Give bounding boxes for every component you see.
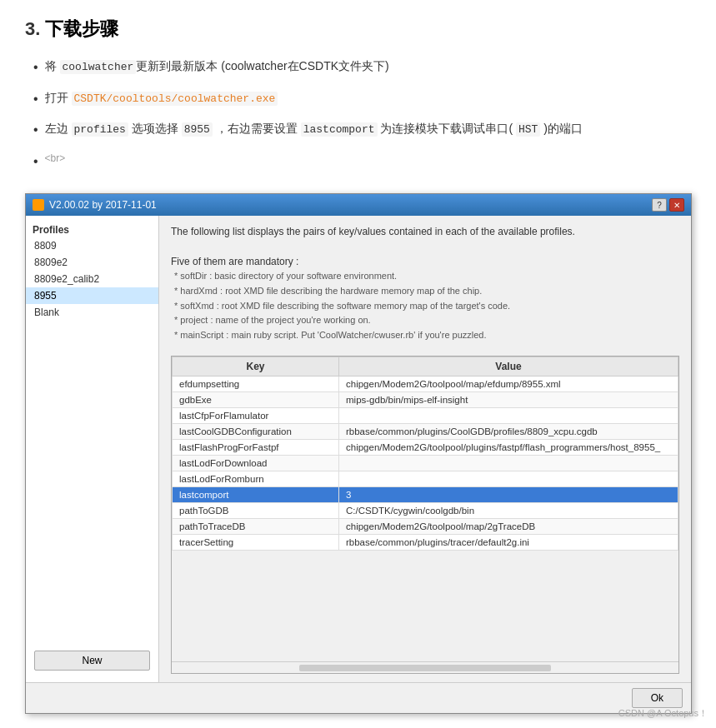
br-tag: <br> [45, 151, 66, 167]
col-value: Value [339, 357, 678, 376]
col-key: Key [173, 357, 339, 376]
instruction-item-2: 打开 CSDTK/cooltools/coolwatcher.exe [33, 88, 691, 110]
table-cell-key: lastLodForRomburn [173, 471, 339, 487]
instruction-item-3: 左边 profiles 选项选择 8955 ，右边需要设置 lastcompor… [33, 119, 691, 141]
kv-table-container: Key Value efdumpsettingchipgen/Modem2G/t… [171, 356, 679, 674]
watermark: CSDN @A Octopus！ [618, 707, 708, 720]
table-cell-key: pathToGDB [173, 503, 339, 519]
section-number: 3. [25, 18, 40, 39]
profiles-label: Profiles [26, 221, 158, 237]
table-cell-value [339, 408, 678, 424]
profile-item-blank[interactable]: Blank [26, 304, 158, 321]
mandatory-item-5: * mainScript : main ruby script. Put 'Co… [174, 328, 679, 343]
table-row[interactable]: lastLodForRomburn [173, 471, 678, 487]
mandatory-item-2: * hardXmd : root XMD file describing the… [174, 284, 679, 299]
dialog-title: V2.00.02 by 2017-11-01 [49, 199, 157, 211]
dialog-window: V2.00.02 by 2017-11-01 ? ✕ Profiles 8809… [25, 193, 692, 714]
code-lastcomport: lastcomport [301, 122, 378, 137]
table-cell-value [339, 456, 678, 471]
dialog-body: Profiles 8809 8809e2 8809e2_calib2 8955 … [26, 216, 691, 682]
table-row[interactable]: pathToTraceDBchipgen/Modem2G/toolpool/ma… [173, 519, 678, 535]
section-title-text: 下载步骤 [45, 18, 118, 39]
table-cell-key: tracerSetting [173, 535, 339, 551]
table-cell-value: 3 [339, 487, 678, 503]
table-cell-value: rbbase/common/plugins/tracer/default2g.i… [339, 535, 678, 551]
profile-list: Profiles 8809 8809e2 8809e2_calib2 8955 … [26, 221, 158, 644]
instruction-item-1: 将 coolwatcher更新到最新版本 (coolwatcher在CSDTK文… [33, 57, 691, 78]
help-button[interactable]: ? [652, 198, 667, 212]
table-cell-key: lastcomport [173, 487, 339, 503]
table-row[interactable]: lastCoolGDBConfigurationrbbase/common/pl… [173, 424, 678, 440]
kv-table: Key Value efdumpsettingchipgen/Modem2G/t… [172, 357, 678, 551]
table-cell-key: lastLodForDownload [173, 456, 339, 471]
table-cell-value: chipgen/Modem2G/toolpool/plugins/fastpf/… [339, 440, 678, 456]
profile-item-8955[interactable]: 8955 [26, 287, 158, 304]
code-path: CSDTK/cooltools/coolwatcher.exe [72, 92, 278, 106]
table-row[interactable]: lastcomport3 [173, 487, 678, 503]
code-profiles: profiles [72, 122, 128, 137]
table-cell-value: chipgen/Modem2G/toolpool/map/2gTraceDB [339, 519, 678, 535]
table-cell-value: C:/CSDTK/cygwin/coolgdb/bin [339, 503, 678, 519]
bullet-2: 打开 CSDTK/cooltools/coolwatcher.exe [45, 88, 278, 108]
table-row[interactable]: efdumpsettingchipgen/Modem2G/toolpool/ma… [173, 376, 678, 392]
table-cell-value [339, 471, 678, 487]
code-hst: HST [516, 122, 540, 137]
table-cell-key: pathToTraceDB [173, 519, 339, 535]
bullet-3: 左边 profiles 选项选择 8955 ，右边需要设置 lastcompor… [45, 119, 583, 139]
instructions-list: 将 coolwatcher更新到最新版本 (coolwatcher在CSDTK文… [33, 57, 691, 172]
table-row[interactable]: pathToGDBC:/CSDTK/cygwin/coolgdb/bin [173, 503, 678, 519]
table-row[interactable]: lastFlashProgForFastpfchipgen/Modem2G/to… [173, 440, 678, 456]
table-cell-key: gdbExe [173, 392, 339, 408]
table-row[interactable]: tracerSettingrbbase/common/plugins/trace… [173, 535, 678, 551]
table-scroll[interactable]: Key Value efdumpsettingchipgen/Modem2G/t… [172, 357, 678, 661]
table-cell-value: chipgen/Modem2G/toolpool/map/efdump/8955… [339, 376, 678, 392]
profile-item-8809[interactable]: 8809 [26, 237, 158, 254]
main-panel: The following list displays the pairs of… [159, 216, 691, 682]
table-cell-key: efdumpsetting [173, 376, 339, 392]
table-cell-key: lastFlashProgForFastpf [173, 440, 339, 456]
horizontal-scrollbar[interactable] [172, 661, 678, 673]
ok-button[interactable]: Ok [632, 688, 683, 708]
table-row[interactable]: lastCfpForFlamulator [173, 408, 678, 424]
mandatory-title: Five of them are mandatory : [171, 256, 298, 267]
description-text: The following list displays the pairs of… [171, 224, 679, 342]
bullet-1: 将 coolwatcher更新到最新版本 (coolwatcher在CSDTK文… [45, 57, 389, 77]
instruction-item-4: <br> [33, 151, 691, 172]
code-8955: 8955 [182, 122, 213, 137]
close-button[interactable]: ✕ [669, 198, 684, 212]
new-profile-button[interactable]: New [34, 651, 150, 671]
description-main: The following list displays the pairs of… [171, 226, 575, 237]
table-cell-key: lastCoolGDBConfiguration [173, 424, 339, 440]
table-cell-value: mips-gdb/bin/mips-elf-insight [339, 392, 678, 408]
table-cell-key: lastCfpForFlamulator [173, 408, 339, 424]
dialog-footer: Ok [26, 682, 691, 713]
profile-item-8809e2calib2[interactable]: 8809e2_calib2 [26, 271, 158, 287]
titlebar-controls: ? ✕ [652, 198, 684, 212]
sidebar-panel: Profiles 8809 8809e2 8809e2_calib2 8955 … [26, 216, 159, 682]
mandatory-item-4: * project : name of the project you're w… [174, 313, 679, 328]
dialog-titlebar: V2.00.02 by 2017-11-01 ? ✕ [26, 194, 691, 216]
table-row[interactable]: gdbExemips-gdb/bin/mips-elf-insight [173, 392, 678, 408]
profile-item-8809e2[interactable]: 8809e2 [26, 254, 158, 271]
table-row[interactable]: lastLodForDownload [173, 456, 678, 471]
mandatory-item-1: * softDir : basic directory of your soft… [174, 269, 679, 284]
dialog-app-icon [33, 199, 44, 211]
mandatory-item-3: * softXmd : root XMD file describing the… [174, 299, 679, 314]
section-title: 3.下载步骤 [25, 17, 691, 42]
new-btn-area: New [26, 644, 158, 677]
code-coolwatcher: coolwatcher [60, 60, 137, 74]
titlebar-left: V2.00.02 by 2017-11-01 [33, 199, 157, 211]
table-cell-value: rbbase/common/plugins/CoolGDB/profiles/8… [339, 424, 678, 440]
